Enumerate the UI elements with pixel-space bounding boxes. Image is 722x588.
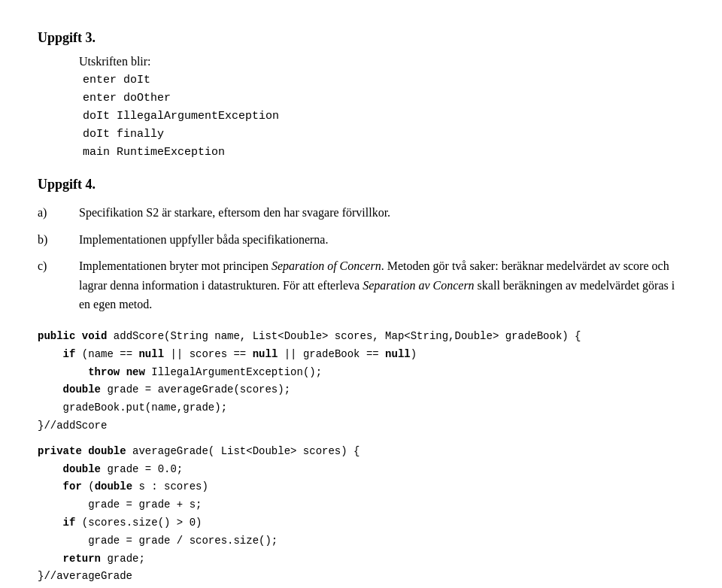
qa-c-text-part1: Implementationen bryter mot principen <box>79 259 272 272</box>
code-m2-sig: private double averageGrade( List<Double… <box>38 443 684 461</box>
utskriften-label: Utskriften blir: <box>79 55 684 68</box>
code-m1-l3: double grade = averageGrade(scores); <box>38 381 684 399</box>
code-method1: public void addScore(String name, List<D… <box>38 328 684 435</box>
output-line-4: doIt finally <box>83 126 684 144</box>
qa-c-italic1: Separation of Concern <box>272 259 381 272</box>
code-m1-l1: if (name == null || scores == null || gr… <box>38 346 684 364</box>
qa-c-text: Implementationen bryter mot principen Se… <box>79 256 684 314</box>
section-3-heading: Uppgift 3. <box>38 30 684 46</box>
code-m2-l7: }//averageGrade <box>38 568 684 586</box>
question-c: c) Implementationen bryter mot principen… <box>38 256 684 314</box>
code-m1-l4: gradeBook.put(name,grade); <box>38 399 684 417</box>
output-line-3: doIt IllegalArgumentException <box>83 108 684 126</box>
question-b: b) Implementationen uppfyller båda speci… <box>38 230 684 250</box>
heading3-label: Uppgift 3. <box>38 30 96 45</box>
code-section: public void addScore(String name, List<D… <box>38 328 684 586</box>
question-a: a) Specifikation S2 är starkare, efterso… <box>38 203 684 223</box>
code-m2-l6: return grade; <box>38 550 684 568</box>
code-m2-l4: if (scores.size() > 0) <box>38 514 684 532</box>
qa-c-label: c) <box>38 256 79 276</box>
output-line-2: enter doOther <box>83 89 684 108</box>
output-line-5: main RuntimeException <box>83 144 684 162</box>
qa-b-text: Implementationen uppfyller båda specifik… <box>79 230 684 250</box>
code-m2-l1: double grade = 0.0; <box>38 461 684 479</box>
code-m1-l5: }//addScore <box>38 417 684 435</box>
output-line-1: enter doIt <box>83 71 684 89</box>
qa-b-label: b) <box>38 230 79 250</box>
qa-a-text: Specifikation S2 är starkare, eftersom d… <box>79 203 684 223</box>
qa-c-italic2: Separation av Concern <box>363 279 474 292</box>
code-m2-l5: grade = grade / scores.size(); <box>38 532 684 550</box>
code-m1-sig: public void addScore(String name, List<D… <box>38 328 684 346</box>
section-4-heading: Uppgift 4. <box>38 177 684 192</box>
output-block: enter doIt enter doOther doIt IllegalArg… <box>83 71 684 162</box>
code-m2-l2: for (double s : scores) <box>38 478 684 496</box>
qa-a-label: a) <box>38 203 79 223</box>
code-m2-l3: grade = grade + s; <box>38 496 684 514</box>
code-m1-l2: throw new IllegalArgumentException(); <box>38 364 684 382</box>
code-method2: private double averageGrade( List<Double… <box>38 443 684 586</box>
